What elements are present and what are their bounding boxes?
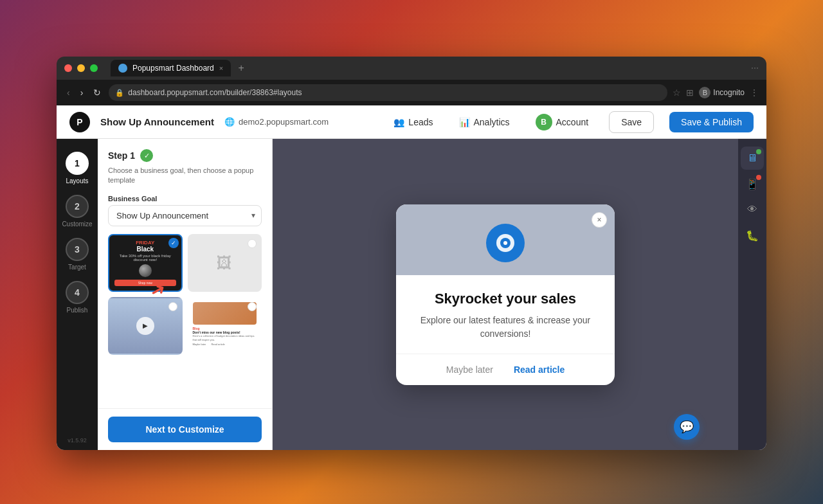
step-3-circle: 3 [66, 238, 89, 261]
template-grid: FRIDAY Black Take 30% off your black fri… [108, 234, 262, 355]
toolbar-desktop-view[interactable]: 🖥 [741, 147, 764, 170]
header-nav: 👥 Leads 📊 Analytics B Account Save Save … [388, 111, 754, 133]
blackfriday-content: FRIDAY Black Take 30% off your black fri… [114, 240, 176, 286]
bf-desc-text: Take 30% off your black friday discount … [114, 254, 176, 262]
panel-content: Step 1 ✓ Choose a business goal, then ch… [98, 139, 272, 408]
right-toolbar: 🖥 📱 👁 🐛 [738, 139, 766, 450]
minimize-traffic-light[interactable] [77, 64, 85, 72]
toolbar-mobile-view[interactable]: 📱 [741, 172, 764, 195]
lock-icon: 🔒 [115, 89, 124, 97]
bf-cta-button: Shop now [114, 280, 176, 286]
left-sidebar: 1 Layouts 2 Customize 3 Target 4 Publish… [57, 139, 98, 450]
toolbar-preview[interactable]: 👁 [741, 198, 764, 221]
debug-icon: 🐛 [746, 230, 759, 242]
tab-close-button[interactable]: × [219, 64, 223, 72]
main-area: 1 Layouts 2 Customize 3 Target 4 Publish… [57, 139, 766, 450]
version-label: v1.5.92 [68, 437, 87, 444]
leads-label: Leads [408, 117, 433, 127]
domain-text: demo2.popupsmart.com [239, 117, 329, 127]
extension-icon[interactable]: ⊞ [686, 87, 694, 98]
account-nav-item[interactable]: B Account [530, 111, 594, 133]
bookmark-icon[interactable]: ☆ [673, 87, 681, 98]
popup-brand-logo [486, 224, 525, 262]
save-button[interactable]: Save [609, 111, 654, 133]
logo-letter: P [77, 117, 82, 127]
eye-icon: 👁 [747, 204, 757, 215]
bf-black-text: Black [114, 246, 176, 253]
address-bar[interactable]: 🔒 dashboard.popupsmart.com/builder/38863… [109, 84, 667, 101]
business-goal-group: Business Goal Show Up Announcement ▾ [108, 195, 262, 226]
mobile-dot [756, 175, 761, 180]
sidebar-step-3[interactable]: 3 Target [66, 238, 89, 271]
tab-bar: Popupsmart Dashboard × + [111, 60, 746, 76]
step-1-circle: 1 [66, 152, 89, 175]
next-customize-button[interactable]: Next to Customize [108, 417, 262, 442]
window-controls: ⋯ [751, 64, 759, 73]
popup-footer: Maybe later Read article [396, 354, 615, 385]
save-publish-button[interactable]: Save & Publish [669, 112, 754, 132]
browser-window: Popupsmart Dashboard × + ⋯ ‹ › ↻ 🔒 dashb… [57, 57, 766, 450]
template-card-placeholder[interactable]: 🖼 [188, 234, 262, 292]
blog-text-area: Blog Don't miss our new blog posts! Here… [193, 327, 257, 350]
step-description: Choose a business goal, then choose a po… [108, 166, 262, 186]
app-content: P Show Up Announcement 🌐 demo2.popupsmar… [57, 105, 766, 450]
blog-body: Here's a collection of budget decoration… [193, 334, 257, 341]
account-initial: B [541, 118, 547, 127]
analytics-nav-item[interactable]: 📊 Analytics [454, 114, 515, 130]
toolbar-debug[interactable]: 🐛 [741, 224, 764, 247]
sidebar-step-4[interactable]: 4 Publish [66, 281, 89, 314]
select-wrapper: Show Up Announcement ▾ [108, 205, 262, 226]
menu-icon[interactable]: ⋮ [750, 87, 759, 98]
app-logo: P [69, 112, 90, 132]
popup-subtitle: Explore our latest features & increase y… [412, 314, 599, 341]
step-check-icon: ✓ [140, 149, 153, 162]
sidebar-step-1[interactable]: 1 Layouts [66, 152, 89, 184]
app-header: P Show Up Announcement 🌐 demo2.popupsmar… [57, 105, 766, 139]
reload-button[interactable]: ↻ [91, 85, 104, 100]
popup-close-button[interactable]: × [592, 212, 607, 228]
new-tab-button[interactable]: + [233, 60, 249, 76]
business-goal-select[interactable]: Show Up Announcement [108, 205, 262, 226]
incognito-label: Incognito [713, 88, 745, 97]
leads-icon: 👥 [393, 117, 404, 127]
globe-icon: 🌐 [224, 117, 235, 127]
card-select-dot-3 [248, 302, 257, 311]
browser-titlebar: Popupsmart Dashboard × + ⋯ [57, 57, 766, 80]
desktop-icon: 🖥 [747, 152, 757, 164]
popup-read-article[interactable]: Read article [514, 364, 565, 375]
step-4-label: Publish [67, 307, 88, 314]
layouts-panel: Step 1 ✓ Choose a business goal, then ch… [98, 139, 273, 450]
leads-nav-item[interactable]: 👥 Leads [388, 114, 438, 130]
popup-header [396, 204, 615, 275]
popup-preview-card: × Skyrocket your sales Ex [396, 204, 615, 385]
back-button[interactable]: ‹ [64, 85, 73, 100]
analytics-icon: 📊 [459, 117, 470, 127]
close-traffic-light[interactable] [64, 64, 72, 72]
play-button-icon: ▶ [136, 317, 154, 335]
tab-title: Popupsmart Dashboard [132, 64, 214, 73]
step-2-circle: 2 [66, 195, 89, 218]
chat-button[interactable]: 💬 [674, 414, 700, 440]
card-selected-check: ✓ [168, 238, 179, 248]
sidebar-step-2[interactable]: 2 Customize [62, 195, 92, 228]
popup-title: Skyrocket your sales [412, 291, 599, 307]
browser-toolbar: ‹ › ↻ 🔒 dashboard.popupsmart.com/builder… [57, 80, 766, 105]
step-4-circle: 4 [66, 281, 89, 304]
popup-maybe-later[interactable]: Maybe later [446, 364, 493, 375]
step-title: Step 1 [108, 150, 135, 161]
template-card-blackfriday[interactable]: FRIDAY Black Take 30% off your black fri… [108, 234, 183, 292]
card-select-dot-2 [168, 302, 177, 311]
popup-body: Skyrocket your sales Explore our latest … [396, 275, 615, 354]
account-avatar: B [536, 114, 552, 130]
blog-maybe-link: Maybe later [193, 343, 206, 346]
arrow-indicator: ➜ [150, 280, 165, 301]
maximize-traffic-light[interactable] [90, 64, 98, 72]
template-card-blog[interactable]: Blog Don't miss our new blog posts! Here… [188, 297, 262, 355]
forward-button[interactable]: › [78, 85, 86, 100]
app-title: Show Up Announcement [100, 116, 214, 127]
step-3-label: Target [68, 264, 86, 271]
active-tab[interactable]: Popupsmart Dashboard × [111, 60, 231, 76]
account-label: Account [556, 117, 589, 127]
url-text: dashboard.popupsmart.com/builder/38863#l… [128, 88, 302, 97]
template-card-video[interactable]: ▶ [108, 297, 183, 355]
